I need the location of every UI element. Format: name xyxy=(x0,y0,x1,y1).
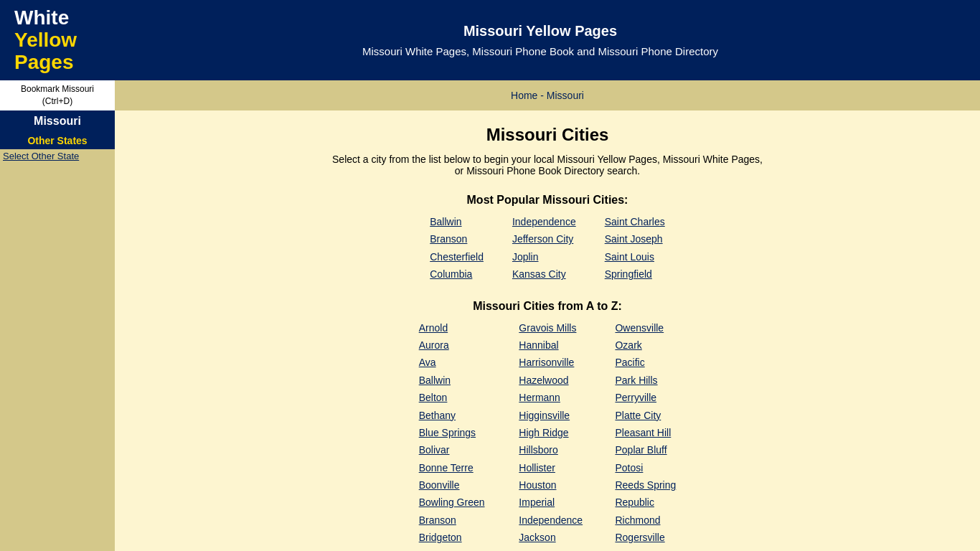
az-city-link[interactable]: Houston xyxy=(519,477,586,493)
popular-city-link[interactable]: Saint Joseph xyxy=(605,231,665,247)
az-title: Missouri Cities from A to Z: xyxy=(136,300,958,313)
az-city-link[interactable]: Park Hills xyxy=(615,372,676,388)
header-title: Missouri Yellow Pages xyxy=(115,23,966,39)
az-city-link[interactable]: High Ridge xyxy=(519,425,586,441)
logo-pages: Pages xyxy=(14,52,115,74)
popular-city-link[interactable]: Chesterfield xyxy=(430,249,484,265)
az-city-link[interactable]: Bonne Terre xyxy=(419,460,491,476)
layout: Missouri Other States Select Other State… xyxy=(0,110,980,551)
logo-yellow: Yellow xyxy=(14,29,115,52)
az-city-link[interactable]: Bethany xyxy=(419,408,491,423)
az-city-link[interactable]: Hillsboro xyxy=(519,442,586,458)
popular-city-link[interactable]: Kansas City xyxy=(512,266,576,282)
az-city-link[interactable]: Brookfield xyxy=(419,547,491,551)
az-city-link[interactable]: Jefferson City xyxy=(519,547,586,551)
az-city-link[interactable]: Pleasant Hill xyxy=(615,425,676,441)
az-city-link[interactable]: Hermann xyxy=(519,390,586,405)
bookmark-bar: Bookmark Missouri(Ctrl+D) Home - Missour… xyxy=(0,80,980,110)
az-city-link[interactable]: Republic xyxy=(615,494,676,510)
az-city-link[interactable]: Reeds Spring xyxy=(615,477,676,493)
az-city-link[interactable]: Owensville xyxy=(615,320,676,336)
breadcrumb-bar: Home - Missouri xyxy=(115,87,980,104)
breadcrumb-link[interactable]: Home - Missouri xyxy=(511,90,584,101)
popular-col2: IndependenceJefferson CityJoplinKansas C… xyxy=(512,214,576,283)
az-col2: Gravois MillsHannibalHarrisonvilleHazelw… xyxy=(519,320,586,551)
popular-col1: BallwinBransonChesterfieldColumbia xyxy=(430,214,484,283)
az-city-link[interactable]: Gravois Mills xyxy=(519,320,586,336)
az-city-link[interactable]: Pacific xyxy=(615,354,676,370)
popular-city-link[interactable]: Saint Charles xyxy=(605,214,665,230)
popular-city-link[interactable]: Columbia xyxy=(430,266,484,282)
popular-city-link[interactable]: Springfield xyxy=(605,266,665,282)
popular-city-link[interactable]: Ballwin xyxy=(430,214,484,230)
az-city-link[interactable]: Ballwin xyxy=(419,372,491,388)
popular-city-link[interactable]: Joplin xyxy=(512,249,576,265)
az-cities-grid: ArnoldAuroraAvaBallwinBeltonBethanyBlue … xyxy=(136,320,958,551)
page-intro: Select a city from the list below to beg… xyxy=(332,154,763,176)
popular-city-link[interactable]: Saint Louis xyxy=(605,249,665,265)
az-city-link[interactable]: Ava xyxy=(419,354,491,370)
popular-title: Most Popular Missouri Cities: xyxy=(136,194,958,207)
az-city-link[interactable]: Belton xyxy=(419,390,491,405)
az-col3: OwensvilleOzarkPacificPark HillsPerryvil… xyxy=(615,320,676,551)
az-city-link[interactable]: Rolla xyxy=(615,547,676,551)
popular-city-link[interactable]: Jefferson City xyxy=(512,231,576,247)
az-city-link[interactable]: Hannibal xyxy=(519,337,586,353)
az-city-link[interactable]: Richmond xyxy=(615,512,676,528)
header-subtitle: Missouri White Pages, Missouri Phone Boo… xyxy=(115,45,966,57)
az-city-link[interactable]: Imperial xyxy=(519,494,586,510)
az-col1: ArnoldAuroraAvaBallwinBeltonBethanyBlue … xyxy=(419,320,491,551)
az-city-link[interactable]: Hollister xyxy=(519,460,586,476)
popular-city-link[interactable]: Independence xyxy=(512,214,576,230)
az-city-link[interactable]: Blue Springs xyxy=(419,425,491,441)
popular-city-link[interactable]: Branson xyxy=(430,231,484,247)
header: White Yellow Pages Missouri Yellow Pages… xyxy=(0,0,980,80)
az-city-link[interactable]: Harrisonville xyxy=(519,354,586,370)
page-title: Missouri Cities xyxy=(136,125,958,145)
az-city-link[interactable]: Rogersville xyxy=(615,529,676,545)
main-content: Missouri Cities Select a city from the l… xyxy=(115,110,980,551)
az-city-link[interactable]: Boonville xyxy=(419,477,491,493)
az-city-link[interactable]: Jackson xyxy=(519,529,586,545)
logo-white: White xyxy=(14,7,115,29)
az-city-link[interactable]: Poplar Bluff xyxy=(615,442,676,458)
az-city-link[interactable]: Higginsville xyxy=(519,408,586,423)
logo: White Yellow Pages xyxy=(14,7,115,73)
az-city-link[interactable]: Independence xyxy=(519,512,586,528)
bookmark-button[interactable]: Bookmark Missouri(Ctrl+D) xyxy=(0,80,115,110)
sidebar: Missouri Other States Select Other State xyxy=(0,110,115,551)
az-city-link[interactable]: Potosi xyxy=(615,460,676,476)
az-city-link[interactable]: Bowling Green xyxy=(419,494,491,510)
az-city-link[interactable]: Branson xyxy=(419,512,491,528)
az-city-link[interactable]: Arnold xyxy=(419,320,491,336)
az-city-link[interactable]: Platte City xyxy=(615,408,676,423)
az-city-link[interactable]: Perryville xyxy=(615,390,676,405)
az-city-link[interactable]: Ozark xyxy=(615,337,676,353)
sidebar-other-states-label: Other States xyxy=(0,132,115,149)
az-city-link[interactable]: Bolivar xyxy=(419,442,491,458)
az-city-link[interactable]: Bridgeton xyxy=(419,529,491,545)
az-city-link[interactable]: Hazelwood xyxy=(519,372,586,388)
popular-col3: Saint CharlesSaint JosephSaint LouisSpri… xyxy=(605,214,665,283)
select-other-state-link[interactable]: Select Other State xyxy=(0,149,115,163)
az-city-link[interactable]: Aurora xyxy=(419,337,491,353)
popular-cities-grid: BallwinBransonChesterfieldColumbia Indep… xyxy=(136,214,958,283)
sidebar-state-label: Missouri xyxy=(0,110,115,132)
header-text: Missouri Yellow Pages Missouri White Pag… xyxy=(115,23,966,57)
sidebar-select-state[interactable]: Select Other State xyxy=(0,149,115,163)
